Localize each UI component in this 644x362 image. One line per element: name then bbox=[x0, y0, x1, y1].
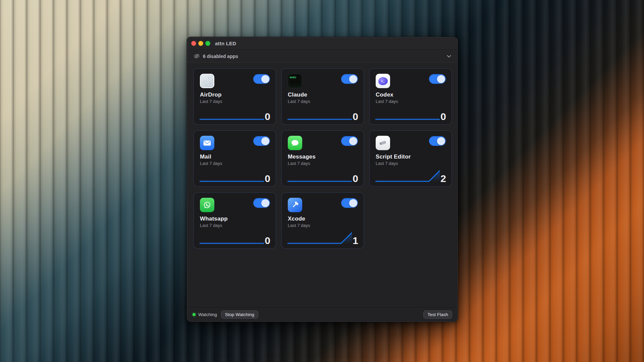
app-period-label: Last 7 days bbox=[288, 99, 310, 104]
sparkline-chart bbox=[287, 169, 352, 183]
stop-watching-button[interactable]: Stop Watching bbox=[221, 310, 258, 319]
app-name: Whatsapp bbox=[200, 216, 228, 222]
messages-app-icon bbox=[288, 136, 302, 150]
minimize-button[interactable] bbox=[198, 41, 203, 46]
app-count: 0 bbox=[353, 174, 358, 184]
app-card-grid: AirDrop Last 7 days 0 exec Claude Last 7… bbox=[194, 68, 451, 249]
app-count: 0 bbox=[265, 236, 270, 246]
script-editor-app-icon bbox=[376, 136, 390, 150]
chevron-down-icon[interactable] bbox=[447, 55, 451, 58]
app-period-label: Last 7 days bbox=[200, 161, 222, 166]
toggle-knob bbox=[349, 75, 357, 83]
toggle-airdrop[interactable] bbox=[253, 74, 270, 84]
claude-app-icon: exec bbox=[288, 74, 302, 88]
app-name: AirDrop bbox=[200, 92, 222, 98]
codex-prompt-text: >_ bbox=[381, 79, 385, 83]
toggle-script-editor[interactable] bbox=[429, 136, 446, 146]
toggle-knob bbox=[437, 137, 445, 145]
disabled-apps-label: 6 disabled apps bbox=[203, 54, 238, 59]
app-card-messages: Messages Last 7 days 0 bbox=[281, 130, 364, 187]
close-button[interactable] bbox=[191, 41, 196, 46]
toggle-xcode[interactable] bbox=[341, 198, 358, 208]
toggle-knob bbox=[261, 137, 269, 145]
claude-exec-text: exec bbox=[290, 76, 296, 79]
window-title: attn LED bbox=[215, 41, 236, 46]
app-period-label: Last 7 days bbox=[376, 161, 398, 166]
toggle-knob bbox=[261, 199, 269, 207]
mail-app-icon bbox=[200, 136, 214, 150]
toggle-claude[interactable] bbox=[341, 74, 358, 84]
app-count: 1 bbox=[353, 236, 358, 246]
sparkline-chart bbox=[200, 107, 264, 121]
eye-slash-icon bbox=[194, 53, 200, 59]
app-count: 0 bbox=[440, 112, 446, 122]
app-name: Mail bbox=[200, 154, 211, 160]
app-card-script-editor: Script Editor Last 7 days 2 bbox=[369, 130, 452, 187]
toggle-whatsapp[interactable] bbox=[253, 198, 270, 208]
status-dot bbox=[193, 313, 196, 316]
app-name: Script Editor bbox=[376, 154, 411, 160]
app-count: 0 bbox=[265, 174, 270, 184]
app-count: 2 bbox=[440, 174, 446, 184]
toggle-knob bbox=[349, 137, 357, 145]
whatsapp-app-icon bbox=[200, 198, 214, 212]
sparkline-chart bbox=[375, 107, 440, 121]
app-card-xcode: Xcode Last 7 days 1 bbox=[281, 192, 364, 249]
app-period-label: Last 7 days bbox=[288, 223, 310, 228]
xcode-app-icon bbox=[288, 198, 302, 212]
toggle-mail[interactable] bbox=[253, 136, 270, 146]
test-flash-button[interactable]: Test Flash bbox=[423, 310, 452, 319]
app-grid-area: AirDrop Last 7 days 0 exec Claude Last 7… bbox=[187, 63, 458, 307]
sparkline-chart bbox=[200, 169, 264, 183]
sparkline-chart bbox=[200, 231, 264, 245]
app-period-label: Last 7 days bbox=[200, 99, 222, 104]
disabled-apps-row[interactable]: 6 disabled apps bbox=[187, 50, 458, 63]
app-name: Codex bbox=[376, 92, 393, 98]
sparkline-chart bbox=[375, 169, 440, 183]
attn-led-window: attn LED 6 disabled apps AirDrop Last 7 … bbox=[187, 37, 458, 322]
app-period-label: Last 7 days bbox=[200, 223, 222, 228]
toggle-knob bbox=[349, 199, 357, 207]
toggle-codex[interactable] bbox=[429, 74, 446, 84]
app-name: Messages bbox=[288, 154, 316, 160]
toggle-knob bbox=[261, 75, 269, 83]
zoom-button[interactable] bbox=[205, 41, 210, 46]
app-card-mail: Mail Last 7 days 0 bbox=[194, 130, 276, 187]
app-period-label: Last 7 days bbox=[376, 99, 398, 104]
window-titlebar[interactable]: attn LED bbox=[187, 37, 458, 50]
airdrop-app-icon bbox=[200, 74, 214, 88]
traffic-lights bbox=[191, 41, 210, 46]
app-card-codex: >_ Codex Last 7 days 0 bbox=[369, 68, 452, 125]
app-name: Claude bbox=[288, 92, 307, 98]
sparkline-chart bbox=[287, 107, 352, 121]
app-count: 0 bbox=[353, 112, 358, 122]
app-period-label: Last 7 days bbox=[288, 161, 310, 166]
toggle-messages[interactable] bbox=[341, 136, 358, 146]
app-count: 0 bbox=[265, 112, 270, 122]
app-card-whatsapp: Whatsapp Last 7 days 0 bbox=[194, 192, 276, 249]
codex-app-icon: >_ bbox=[376, 74, 390, 88]
app-card-claude: exec Claude Last 7 days 0 bbox=[281, 68, 364, 125]
toggle-knob bbox=[437, 75, 445, 83]
status-bar: Watching Stop Watching Test Flash bbox=[187, 307, 458, 321]
app-card-airdrop: AirDrop Last 7 days 0 bbox=[194, 68, 276, 125]
app-name: Xcode bbox=[288, 216, 305, 222]
sparkline-chart bbox=[287, 231, 352, 245]
codex-blob: >_ bbox=[378, 77, 388, 85]
status-label: Watching bbox=[198, 312, 217, 317]
